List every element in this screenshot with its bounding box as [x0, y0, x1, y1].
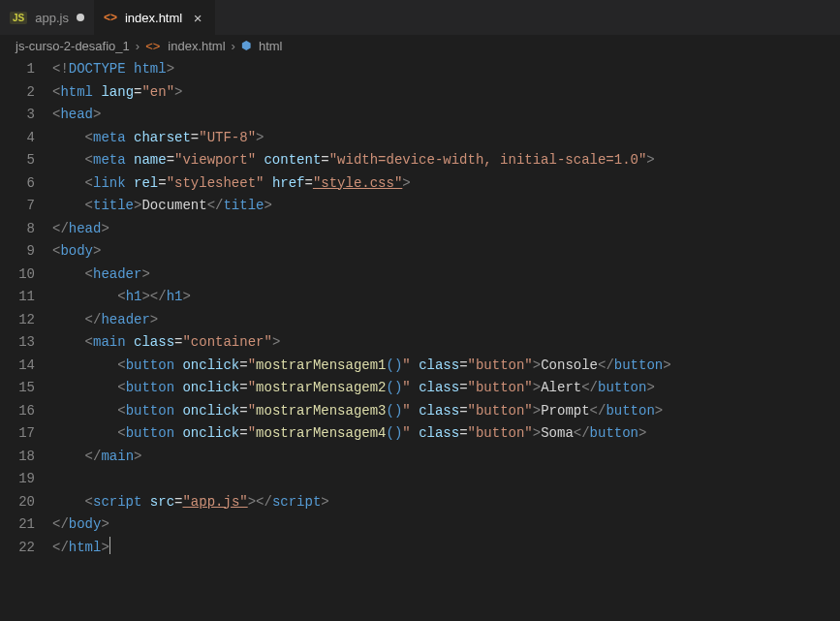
close-icon[interactable]: × — [190, 10, 205, 26]
chevron-right-icon: › — [136, 39, 140, 53]
tab-bar: JS app.js <> index.html × — [0, 0, 840, 35]
code-content[interactable]: <!DOCTYPE html> <html lang="en"> <head> … — [52, 58, 840, 559]
breadcrumb-symbol[interactable]: html — [259, 39, 283, 53]
tab-index-html[interactable]: <> index.html × — [94, 0, 215, 35]
html-file-icon: <> — [145, 39, 160, 53]
breadcrumb-file[interactable]: index.html — [168, 39, 225, 53]
tab-label: app.js — [35, 11, 69, 25]
line-number-gutter: 1 2 3 4 5 6 7 8 9 10 11 12 13 14 15 16 1… — [0, 58, 52, 559]
js-file-icon: JS — [10, 12, 27, 24]
tab-label: index.html — [125, 11, 182, 25]
tab-app-js[interactable]: JS app.js — [0, 0, 94, 35]
chevron-right-icon: › — [232, 39, 235, 53]
breadcrumb-project[interactable]: js-curso-2-desafio_1 — [16, 39, 130, 53]
code-editor[interactable]: 1 2 3 4 5 6 7 8 9 10 11 12 13 14 15 16 1… — [0, 56, 840, 559]
text-cursor — [109, 537, 110, 554]
modified-dot-icon — [77, 14, 84, 21]
html-file-icon: <> — [104, 11, 117, 24]
breadcrumb[interactable]: js-curso-2-desafio_1 › <> index.html › ⬢… — [0, 35, 840, 56]
symbol-icon: ⬢ — [241, 39, 251, 52]
